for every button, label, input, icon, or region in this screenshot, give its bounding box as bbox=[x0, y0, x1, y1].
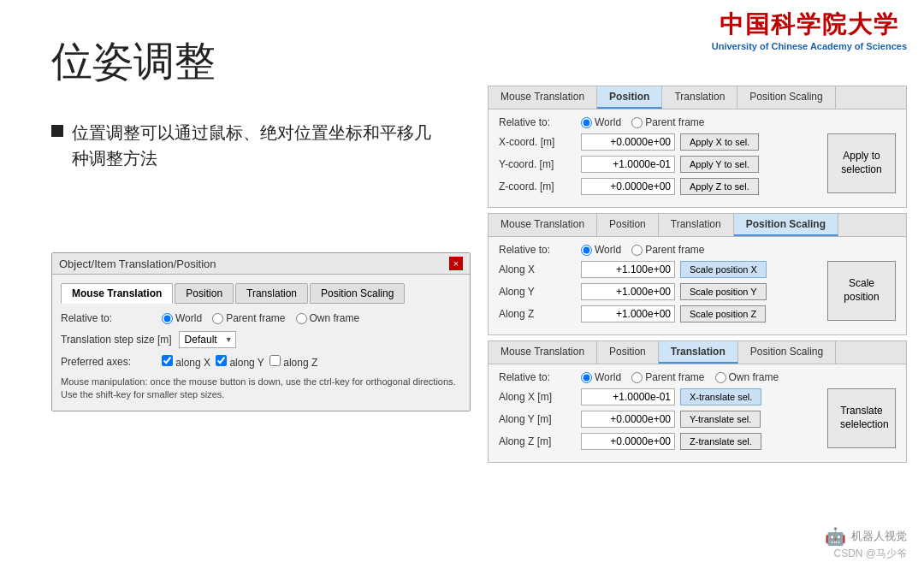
watermark-text: 机器人视觉 bbox=[851, 529, 907, 544]
tab-position-scaling[interactable]: Position Scaling bbox=[310, 283, 405, 304]
panel1-tab-translation[interactable]: Translation bbox=[662, 86, 737, 109]
panel1-radio-parent[interactable]: Parent frame bbox=[631, 116, 704, 128]
bullet-item: 位置调整可以通过鼠标、绝对位置坐标和平移几种调整方法 bbox=[51, 120, 436, 171]
panel1-tab-bar: Mouse Translation Position Translation P… bbox=[489, 86, 906, 109]
axis-x-label[interactable]: along X bbox=[162, 355, 210, 369]
panel3-z-row: Along Z [m] Z-translate sel. bbox=[499, 433, 820, 450]
panel3-tab-mouse[interactable]: Mouse Translation bbox=[489, 341, 597, 364]
panel1-z-row: Z-coord. [m] Apply Z to sel. bbox=[499, 178, 820, 195]
panel2-tab-translation[interactable]: Translation bbox=[659, 214, 734, 236]
panel3-x-input[interactable] bbox=[581, 388, 675, 405]
panel3-relative-label: Relative to: bbox=[499, 371, 576, 383]
tab-mouse-translation[interactable]: Mouse Translation bbox=[61, 283, 173, 304]
panel3-translate-z-btn[interactable]: Z-translate sel. bbox=[680, 433, 761, 450]
bullet-text: 位置调整可以通过鼠标、绝对位置坐标和平移几种调整方法 bbox=[72, 120, 436, 171]
axis-x-checkbox[interactable] bbox=[162, 355, 173, 366]
panel2-z-label: Along Z bbox=[499, 308, 576, 320]
panel2-x-row: Along X Scale position X bbox=[499, 261, 820, 278]
panel2-radio-world[interactable]: World bbox=[581, 244, 621, 256]
panel1-tab-mouse[interactable]: Mouse Translation bbox=[489, 86, 597, 109]
robot-icon: 🤖 bbox=[825, 526, 846, 547]
panel1-relative-to: Relative to: World Parent frame bbox=[499, 116, 896, 128]
tab-translation[interactable]: Translation bbox=[235, 283, 308, 304]
panel3-radio-parent[interactable]: Parent frame bbox=[631, 371, 704, 383]
panel1-apply-x-btn[interactable]: Apply X to sel. bbox=[680, 133, 759, 151]
radio-parent-frame[interactable]: Parent frame bbox=[212, 312, 285, 324]
panel3-translate-y-btn[interactable]: Y-translate sel. bbox=[680, 411, 761, 428]
step-size-label: Translation step size [m] bbox=[61, 334, 172, 346]
panel1-apply-z-btn[interactable]: Apply Z to sel. bbox=[680, 178, 759, 195]
panel3-y-row: Along Y [m] Y-translate sel. bbox=[499, 411, 820, 428]
preferred-axes-row: Preferred axes: along X along Y along Z bbox=[61, 355, 461, 369]
right-panel: Mouse Translation Position Translation P… bbox=[488, 86, 907, 468]
panel1-tab-position[interactable]: Position bbox=[597, 86, 662, 109]
panel2-content: Relative to: World Parent frame Along X … bbox=[489, 237, 906, 334]
panel3-x-label: Along X [m] bbox=[499, 391, 576, 403]
axis-y-label[interactable]: along Y bbox=[216, 355, 264, 369]
panel1-tab-scaling[interactable]: Position Scaling bbox=[737, 86, 835, 109]
panel1-coords-list: X-coord. [m] Apply X to sel. Y-coord. [m… bbox=[499, 133, 820, 200]
panel3-tab-translation[interactable]: Translation bbox=[659, 341, 738, 364]
axis-z-checkbox[interactable] bbox=[270, 355, 281, 366]
panel3-radio-world[interactable]: World bbox=[581, 371, 621, 383]
panel2-z-input[interactable] bbox=[581, 305, 675, 323]
step-size-select[interactable]: Default bbox=[179, 331, 236, 348]
panel2-y-row: Along Y Scale position Y bbox=[499, 283, 820, 300]
panel3-tab-position[interactable]: Position bbox=[597, 341, 659, 364]
panel1-x-label: X-coord. [m] bbox=[499, 136, 576, 148]
logo-cn: 中国科学院大学 bbox=[712, 9, 907, 41]
panel3-tab-scaling[interactable]: Position Scaling bbox=[738, 341, 836, 364]
dialog-titlebar: Object/Item Translation/Position × bbox=[52, 253, 470, 275]
panel2-scale-z-btn[interactable]: Scale position Z bbox=[680, 305, 766, 323]
panel2-tab-scaling[interactable]: Position Scaling bbox=[734, 214, 838, 236]
panel2-radio-parent[interactable]: Parent frame bbox=[631, 244, 704, 256]
watermark-line2: CSDN @马少爷 bbox=[825, 547, 907, 561]
step-size-select-wrapper[interactable]: Default bbox=[179, 331, 236, 348]
panel2-coords-section: Along X Scale position X Along Y Scale p… bbox=[499, 261, 896, 328]
panel1-z-input[interactable] bbox=[581, 178, 675, 195]
bullet-section: 位置调整可以通过鼠标、绝对位置坐标和平移几种调整方法 bbox=[51, 120, 436, 171]
radio-world[interactable]: World bbox=[162, 312, 202, 324]
panel3-relative-to: Relative to: World Parent frame Own fram… bbox=[499, 371, 896, 383]
panel1-radio-world[interactable]: World bbox=[581, 116, 621, 128]
panel2-tab-bar: Mouse Translation Position Translation P… bbox=[489, 214, 906, 237]
panel3-radio-own[interactable]: Own frame bbox=[715, 371, 779, 383]
panel2-tab-mouse[interactable]: Mouse Translation bbox=[489, 214, 597, 236]
panel2-radio-group: World Parent frame bbox=[581, 244, 705, 256]
panel1-y-row: Y-coord. [m] Apply Y to sel. bbox=[499, 156, 820, 173]
radio-own-frame[interactable]: Own frame bbox=[296, 312, 360, 324]
panel2-y-label: Along Y bbox=[499, 286, 576, 298]
panel1: Mouse Translation Position Translation P… bbox=[488, 86, 907, 208]
panel2-y-input[interactable] bbox=[581, 283, 675, 300]
panel1-y-label: Y-coord. [m] bbox=[499, 158, 576, 170]
panel3-translate-x-btn[interactable]: X-translate sel. bbox=[680, 388, 761, 405]
panel2-coords-list: Along X Scale position X Along Y Scale p… bbox=[499, 261, 820, 328]
panel3-z-label: Along Z [m] bbox=[499, 435, 576, 447]
axes-checkboxes: along X along Y along Z bbox=[162, 355, 317, 369]
panel3-z-input[interactable] bbox=[581, 433, 675, 450]
panel1-y-input[interactable] bbox=[581, 156, 675, 173]
panel1-x-input[interactable] bbox=[581, 133, 675, 151]
panel1-apply-y-btn[interactable]: Apply Y to sel. bbox=[680, 156, 759, 173]
panel3-radio-group: World Parent frame Own frame bbox=[581, 371, 779, 383]
panel2-scale-y-btn[interactable]: Scale position Y bbox=[680, 283, 767, 300]
panel2-scale-all-btn[interactable]: Scaleposition bbox=[827, 261, 896, 321]
step-size-row: Translation step size [m] Default bbox=[61, 331, 461, 348]
dialog-close-button[interactable]: × bbox=[449, 257, 463, 270]
axis-z-label[interactable]: along Z bbox=[270, 355, 317, 369]
panel3-coords-section: Along X [m] X-translate sel. Along Y [m]… bbox=[499, 388, 896, 455]
page-title: 位姿调整 bbox=[51, 34, 216, 89]
panel1-radio-group: World Parent frame bbox=[581, 116, 705, 128]
dialog-box: Object/Item Translation/Position × Mouse… bbox=[51, 252, 471, 411]
panel2-x-label: Along X bbox=[499, 263, 576, 275]
panel2-x-input[interactable] bbox=[581, 261, 675, 278]
axis-y-checkbox[interactable] bbox=[216, 355, 227, 366]
panel1-apply-all-btn[interactable]: Apply toselection bbox=[827, 133, 896, 193]
dialog-tab-bar: Mouse Translation Position Translation P… bbox=[61, 283, 461, 304]
tab-position[interactable]: Position bbox=[175, 283, 234, 304]
panel3-y-input[interactable] bbox=[581, 411, 675, 428]
panel3-tab-bar: Mouse Translation Position Translation P… bbox=[489, 341, 906, 364]
panel3-translate-all-btn[interactable]: Translateselelection bbox=[827, 388, 896, 448]
panel2-tab-position[interactable]: Position bbox=[597, 214, 659, 236]
panel2-scale-x-btn[interactable]: Scale position X bbox=[680, 261, 767, 278]
